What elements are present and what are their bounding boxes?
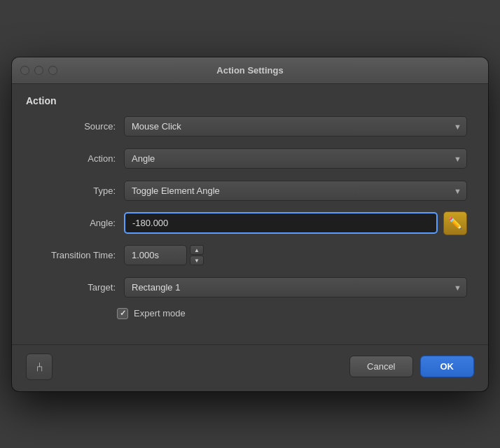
share-button[interactable]: ⑂ <box>26 354 53 380</box>
form-area: Source: Mouse Click Key Press Timer ▼ Ac… <box>26 115 474 300</box>
minimize-button[interactable] <box>34 66 43 75</box>
expert-mode-checkbox[interactable]: ✓ <box>117 308 128 319</box>
transition-time-control: ▲ ▼ <box>124 245 467 265</box>
action-settings-window: Action Settings Action Source: Mouse Cli… <box>12 57 488 391</box>
action-row: Action: Angle Position Opacity Scale ▼ <box>33 147 467 171</box>
target-select[interactable]: Rectangle 1 Rectangle 2 Ellipse 1 <box>124 277 467 298</box>
spinner-arrows: ▲ ▼ <box>190 245 204 265</box>
section-label: Action <box>26 95 474 106</box>
target-select-wrapper: Rectangle 1 Rectangle 2 Ellipse 1 ▼ <box>124 277 467 298</box>
window-controls <box>20 66 57 75</box>
source-row: Source: Mouse Click Key Press Timer ▼ <box>33 115 467 139</box>
maximize-button[interactable] <box>48 66 57 75</box>
action-label: Action: <box>33 153 124 164</box>
share-icon: ⑂ <box>36 359 43 374</box>
angle-row: Angle: ✏️ <box>33 211 467 235</box>
angle-control: ✏️ <box>124 211 467 235</box>
source-select-wrapper: Mouse Click Key Press Timer ▼ <box>124 116 467 136</box>
type-control: Toggle Element Angle Set Element Angle A… <box>124 181 467 201</box>
source-select[interactable]: Mouse Click Key Press Timer <box>124 116 467 136</box>
angle-input-group: ✏️ <box>124 211 467 235</box>
footer-buttons: Cancel OK <box>349 356 474 377</box>
window-title: Action Settings <box>216 65 283 76</box>
angle-input[interactable] <box>124 212 438 234</box>
expert-mode-row: ✓ Expert mode <box>117 308 474 319</box>
target-control: Rectangle 1 Rectangle 2 Ellipse 1 ▼ <box>124 277 467 298</box>
content-area: Action Source: Mouse Click Key Press Tim… <box>12 84 488 342</box>
type-row: Type: Toggle Element Angle Set Element A… <box>33 179 467 203</box>
action-select-wrapper: Angle Position Opacity Scale ▼ <box>124 148 467 169</box>
angle-label: Angle: <box>33 218 124 228</box>
spinner-up-button[interactable]: ▲ <box>190 245 204 255</box>
target-row: Target: Rectangle 1 Rectangle 2 Ellipse … <box>33 276 467 300</box>
ok-button[interactable]: OK <box>420 356 475 377</box>
transition-time-input[interactable] <box>124 245 187 265</box>
target-label: Target: <box>33 282 124 293</box>
type-select-wrapper: Toggle Element Angle Set Element Angle A… <box>124 181 467 201</box>
transition-time-label: Transition Time: <box>33 250 124 260</box>
footer: ⑂ Cancel OK <box>12 344 488 391</box>
close-button[interactable] <box>20 66 29 75</box>
expert-mode-label: Expert mode <box>134 308 186 318</box>
cancel-button[interactable]: Cancel <box>349 356 412 377</box>
source-label: Source: <box>33 121 124 132</box>
title-bar: Action Settings <box>12 57 488 84</box>
source-control: Mouse Click Key Press Timer ▼ <box>124 116 467 136</box>
type-select[interactable]: Toggle Element Angle Set Element Angle A… <box>124 181 467 201</box>
transition-time-row: Transition Time: ▲ ▼ <box>33 244 467 267</box>
spinner-wrapper: ▲ ▼ <box>124 245 467 265</box>
action-control: Angle Position Opacity Scale ▼ <box>124 148 467 169</box>
action-select[interactable]: Angle Position Opacity Scale <box>124 148 467 169</box>
checkmark-icon: ✓ <box>120 309 126 318</box>
spinner-down-button[interactable]: ▼ <box>190 255 204 265</box>
pencil-button[interactable]: ✏️ <box>443 211 467 235</box>
type-label: Type: <box>33 186 124 196</box>
